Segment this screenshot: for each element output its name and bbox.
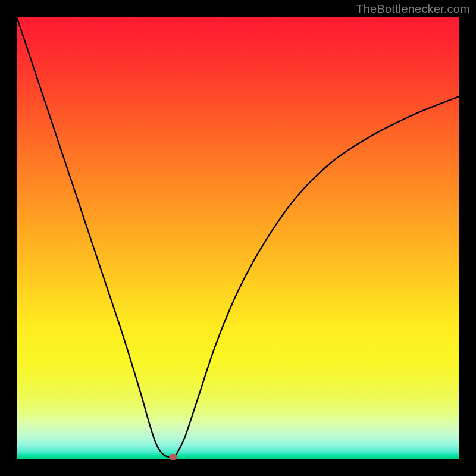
chart-frame: TheBottlenecker.com [0, 0, 476, 476]
plot-area [17, 17, 459, 459]
optimum-marker [169, 454, 177, 460]
watermark-text: TheBottlenecker.com [356, 2, 470, 16]
bottleneck-curve [17, 17, 459, 459]
